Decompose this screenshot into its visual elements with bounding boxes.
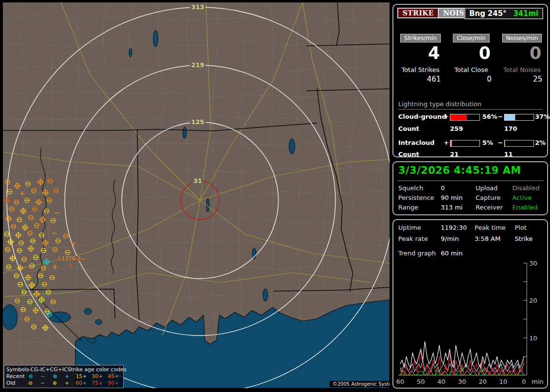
- ic-count-label: Count: [398, 151, 419, 158]
- strike-symbol: [9, 207, 14, 211]
- trend-graph-value: 60 min: [441, 250, 463, 257]
- range-ring-label: 125: [191, 118, 204, 126]
- age-code: 75+: [89, 380, 105, 387]
- strike-symbol: [37, 179, 44, 185]
- cg-positive-bar: [450, 114, 480, 121]
- legend-symbol: +: [61, 373, 73, 380]
- y-axis-tick-label: 10: [529, 335, 537, 342]
- cg-negative-pct: 37%: [535, 113, 550, 120]
- strike-symbol: [15, 232, 22, 238]
- strike-symbol: [63, 234, 68, 238]
- age-code: 30+: [89, 373, 105, 380]
- strike-symbol: [18, 282, 22, 286]
- strike-symbol: [22, 224, 29, 231]
- strike-symbol: [50, 275, 54, 280]
- strike-symbol: [28, 231, 32, 235]
- strike-button[interactable]: STRIKE: [397, 8, 439, 18]
- strike-symbol: [22, 257, 26, 261]
- range-ring-label: 31: [193, 177, 202, 184]
- strike-symbol: [29, 215, 33, 220]
- persistence-label: Persistence: [398, 194, 434, 201]
- total-close-value: 0: [447, 75, 495, 84]
- bearing-label: Bng 245°: [469, 9, 507, 18]
- legend-symbol: +: [61, 380, 73, 387]
- strike-symbol: [34, 223, 39, 227]
- legend-row: Recent⊖−⊕+15+30+45+: [6, 373, 121, 380]
- strike-symbol: [38, 296, 45, 303]
- noises-per-min-value: 0: [498, 42, 546, 64]
- strike-symbol: [35, 199, 42, 206]
- strike-symbol: [51, 218, 55, 223]
- ic-negative-count: 11: [504, 151, 513, 158]
- strikes-per-min-counter: Strikes/min 4 Total Strikes 461: [396, 33, 445, 84]
- strike-symbol: [15, 298, 19, 303]
- age-code: 15+: [73, 373, 89, 380]
- strike-symbol: [41, 266, 45, 270]
- bearing-readout: Bng 245°341mi: [464, 8, 543, 19]
- peak-rate-label: Peak rate: [398, 235, 428, 242]
- strike-symbol: [30, 238, 35, 243]
- ic-negative-bar: [504, 140, 534, 147]
- uptime-label: Uptime: [398, 224, 421, 231]
- trend-panel: Uptime 1192:30 Peak time Plot Peak rate …: [392, 219, 548, 389]
- strike-symbol: [17, 217, 21, 222]
- bearing-range: 341mi: [513, 9, 538, 18]
- plot-value: Strike: [515, 235, 533, 242]
- x-axis-tick-label: 20: [478, 378, 487, 385]
- divider: [397, 181, 543, 181]
- total-noises-label: Total Noises: [498, 66, 546, 73]
- strike-symbol: [53, 265, 58, 269]
- minus-sign: −: [498, 113, 503, 120]
- app-window: 31321912531I-1370-2— Symbols-CG-IC+CG+IC…: [0, 0, 550, 392]
- cg-count-label: Count: [398, 125, 419, 132]
- age-code: 90+: [105, 380, 121, 387]
- upload-value: Disabled: [512, 184, 539, 192]
- strike-symbol: [38, 273, 43, 278]
- strike-symbol: [22, 290, 26, 294]
- range-value: 313 mi: [441, 204, 463, 211]
- strike-symbol: [7, 189, 12, 194]
- total-close-label: Total Close: [447, 66, 495, 73]
- legend-header: Symbols-CG-IC+CG+ICStrike age color code…: [6, 366, 121, 373]
- strike-symbol: [72, 242, 76, 246]
- x-axis-tick-label: 50: [417, 378, 425, 385]
- strike-symbol: [11, 224, 15, 228]
- ic-positive-pct: 5%: [482, 139, 493, 146]
- minus-sign: −: [498, 139, 503, 146]
- squelch-value: 0: [441, 184, 445, 192]
- legend-symbol: ⊕: [49, 373, 61, 380]
- range-ring-label: 313: [191, 3, 204, 11]
- strike-symbol: [5, 215, 12, 222]
- strike-symbol: [65, 250, 70, 254]
- noises-per-min-counter: Noises/min 0 Total Noises 25: [498, 33, 546, 84]
- x-axis-tick-label: 40: [437, 378, 446, 385]
- strike-symbol: [53, 247, 57, 252]
- cloud-ground-label: Cloud-ground: [398, 113, 446, 120]
- cg-negative-count: 170: [504, 125, 517, 132]
- strike-symbol: [51, 299, 55, 304]
- total-noises-value: 25: [498, 75, 546, 84]
- age-code: 60+: [73, 380, 89, 387]
- close-per-min-counter: Close/min 0 Total Close 0: [447, 33, 495, 84]
- legend-symbol: −: [37, 380, 49, 387]
- cg-positive-pct: 56%: [482, 113, 497, 120]
- x-axis-tick-label: 10: [499, 378, 507, 385]
- legend-symbol: ⊖: [24, 380, 36, 387]
- close-per-min-value: 0: [447, 42, 495, 64]
- strike-symbol: [29, 264, 34, 268]
- map-legend: Symbols-CG-IC+CG+ICStrike age color code…: [4, 365, 124, 388]
- strike-symbol: [21, 307, 25, 311]
- plus-sign: +: [444, 139, 449, 146]
- map-canvas[interactable]: 31321912531I-1370-2—: [3, 2, 390, 388]
- strike-symbol: [5, 247, 10, 252]
- age-code: 45+: [105, 373, 121, 380]
- strike-symbol: [17, 248, 21, 252]
- map-panel: 31321912531I-1370-2— Symbols-CG-IC+CG+IC…: [3, 2, 390, 388]
- plot-label: Plot: [515, 224, 527, 231]
- strike-symbol: [7, 238, 14, 245]
- squelch-label: Squelch: [398, 184, 423, 192]
- copyright-label: ©2005 Astrogenic Systems: [330, 381, 390, 387]
- trend-graph-chart: 1020306050403020100min: [395, 259, 547, 386]
- uptime-value: 1192:30: [441, 224, 467, 231]
- strike-symbol: [31, 324, 36, 329]
